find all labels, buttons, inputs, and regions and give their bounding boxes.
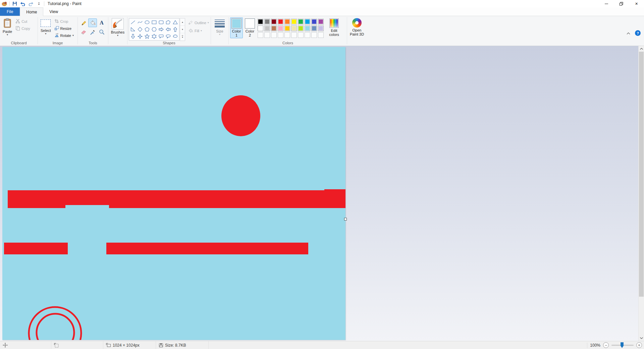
minimize-button[interactable] [599,0,614,7]
magnifier-icon [99,29,105,35]
magnifier-tool-button[interactable] [97,28,106,36]
shape-arrow-down-button[interactable] [129,33,137,40]
shape-polygon-button[interactable] [165,19,172,26]
palette-swatch[interactable] [278,26,283,31]
drawing-canvas[interactable] [2,47,345,340]
shape-pentagon-button[interactable] [144,26,151,33]
palette-swatch[interactable] [278,19,283,24]
undo-button[interactable] [20,1,26,7]
restore-button[interactable] [614,0,629,7]
zoom-out-button[interactable]: − [603,342,609,348]
color2-button[interactable]: Color2 [244,17,256,38]
redo-button[interactable] [28,1,34,7]
red-bar-right [106,243,308,254]
shape-star-4-button[interactable] [137,33,144,40]
zoom-slider-thumb[interactable] [621,342,624,348]
tab-file[interactable]: File [0,7,20,16]
palette-swatch[interactable] [291,26,297,31]
cut-button[interactable]: Cut [15,18,31,24]
shape-callout-cloud-button[interactable] [172,33,179,40]
palette-swatch[interactable] [298,19,304,24]
palette-swatch[interactable] [264,19,270,24]
canvas-shapes [2,47,345,340]
scroll-down-button[interactable] [639,335,644,341]
shape-curve-button[interactable] [137,19,144,26]
shape-star-6-button[interactable] [151,33,158,40]
palette-swatch[interactable] [311,19,317,24]
size-button[interactable]: Size ▾ [212,17,227,37]
rotate-button[interactable]: Rotate ▾ [54,33,74,39]
brushes-button[interactable]: Brushes ▾ [110,17,126,38]
palette-swatch[interactable] [264,26,270,31]
palette-swatch[interactable] [284,19,290,24]
zoom-in-button[interactable]: + [636,342,642,348]
shape-rounded-rectangle-button[interactable] [158,19,165,26]
palette-swatch[interactable] [271,19,277,24]
palette-swatch[interactable] [291,19,297,24]
group-paint3d: Open Paint 3D [347,16,367,46]
shape-callout-rounded-button[interactable] [158,33,165,40]
scroll-up-button[interactable] [639,46,644,52]
shape-fill-button[interactable]: Fill ▾ [187,28,210,34]
chevron-up-icon [640,48,643,50]
pencil-tool-button[interactable] [79,18,88,27]
shapes-scroll-down-button[interactable]: ▾ [180,26,185,33]
group-label-clipboard: Clipboard [0,41,38,45]
shape-line-button[interactable] [129,19,137,26]
shapes-expand-button[interactable]: ▾ [180,33,185,41]
resize-button[interactable]: Resize [54,26,74,32]
vertical-scrollbar[interactable] [638,46,644,341]
arrow-up-icon [172,27,178,32]
group-label-image: Image [38,41,77,45]
qat-customize-button[interactable]: ▾ [36,1,42,7]
palette-swatch[interactable] [311,26,317,31]
shape-arrow-up-button[interactable] [172,26,179,33]
palette-swatch[interactable] [318,19,324,24]
color1-button[interactable]: Color1 [230,17,243,38]
shape-triangle-button[interactable] [172,19,179,26]
shape-ellipse-button[interactable] [144,19,151,26]
collapse-ribbon-button[interactable] [627,31,630,35]
paint-logo-icon[interactable] [1,1,7,7]
palette-swatch[interactable] [258,26,263,31]
palette-swatch[interactable] [305,26,310,31]
scrollbar-thumb[interactable] [639,52,644,297]
edit-colors-button[interactable]: Edit colors [325,17,343,38]
zoom-slider[interactable] [611,345,634,346]
shape-diamond-button[interactable] [137,26,144,33]
palette-swatch[interactable] [318,26,324,31]
tab-view[interactable]: View [43,7,64,16]
shape-callout-oval-button[interactable] [165,33,172,40]
palette-empty-slot [258,32,263,38]
color-picker-tool-button[interactable] [88,28,97,36]
crop-button[interactable]: Crop [54,18,74,24]
close-button[interactable]: ✕ [629,0,644,7]
paste-button[interactable]: Paste ▾ [1,17,13,37]
shape-right-triangle-button[interactable] [129,26,137,33]
window-controls: ✕ [599,0,644,7]
shape-arrow-left-button[interactable] [165,26,172,33]
canvas-resize-handle[interactable] [344,218,347,220]
save-button[interactable] [12,1,18,7]
selection-size-icon [54,343,59,348]
palette-swatch[interactable] [258,19,263,24]
open-paint3d-button[interactable]: Open Paint 3D [348,17,365,37]
copy-button[interactable]: Copy [15,26,31,32]
palette-swatch[interactable] [284,26,290,31]
shape-star-5-button[interactable] [144,33,151,40]
shape-rectangle-button[interactable] [151,19,158,26]
palette-swatch[interactable] [298,26,304,31]
tab-home[interactable]: Home [20,7,43,16]
shape-arrow-right-button[interactable] [158,26,165,33]
shape-outline-button[interactable]: Outline ▾ [187,20,210,26]
eraser-tool-button[interactable] [79,28,88,36]
palette-swatch[interactable] [271,26,277,31]
shapes-scroll-up-button[interactable]: ▴ [180,18,185,26]
select-button[interactable]: Select ▾ [39,17,52,36]
help-button[interactable]: ? [635,30,641,36]
shape-hexagon-button[interactable] [151,26,158,33]
group-label-shapes: Shapes [127,41,211,45]
fill-tool-button[interactable] [88,18,97,27]
palette-swatch[interactable] [305,19,310,24]
text-tool-button[interactable]: A [97,18,106,27]
